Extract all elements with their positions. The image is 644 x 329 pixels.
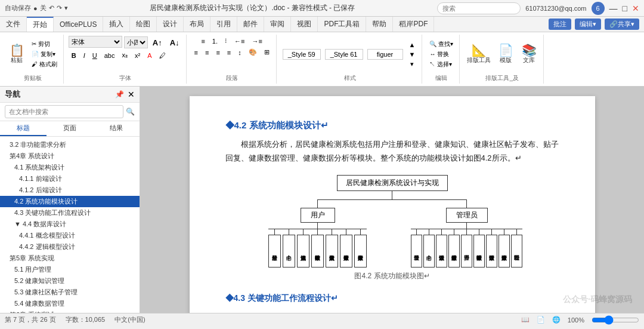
nav-item-0[interactable]: 3.2 非功能需求分析 [0,139,140,150]
nav-tab-headings[interactable]: 标题 [0,121,47,136]
nav-tab-pages[interactable]: 页面 [47,121,93,136]
cut-button[interactable]: ✂ 剪切 [29,39,60,49]
tab-references[interactable]: 引用 [210,17,237,32]
tab-draw[interactable]: 绘图 [130,17,157,32]
align-left-button[interactable]: ≡ [191,47,201,57]
align-justify-button[interactable]: ≡ [224,47,234,57]
select-button[interactable]: ↖ 选择▾ [427,60,456,69]
nav-item-3[interactable]: 4.1.1 前端设计 [0,173,140,185]
font-shrink-button[interactable]: A↓ [167,37,182,48]
edit-button[interactable]: 编辑▾ [575,19,601,30]
quick-access-dot[interactable]: ● [33,5,38,12]
clipboard-group: 📋 粘贴 ✂ 剪切 📄 复制▾ 🖌 格式刷 剪贴板 [2,35,64,84]
strikethrough-button[interactable]: abc [101,51,118,60]
nav-item-2[interactable]: 4.1 系统架构设计 [0,162,140,173]
share-button[interactable]: 🔗共享▾ [605,19,639,30]
window-maximize[interactable]: □ [623,4,627,13]
tab-pdf-tools[interactable]: PDF工具箱 [318,17,366,32]
indent-decrease-button[interactable]: ←≡ [231,36,247,46]
nav-item-7[interactable]: ▼ 4.4 数据库设计 [0,219,140,230]
user-child-3: 发布健康社区帖子 [311,235,324,267]
nav-pin-icon[interactable]: 📌 [115,90,124,99]
nav-item-5[interactable]: 4.2 系统功能模块设计 [0,196,140,207]
font-name-selector[interactable]: 宋体 [69,36,122,48]
nav-item-4[interactable]: 4.1.2 后端设计 [0,185,140,196]
borders-button[interactable]: ⊞ [261,47,273,57]
nav-tab-results[interactable]: 结果 [93,121,140,136]
font-size-selector[interactable]: 小四 [124,36,148,48]
tab-daoan-pdf[interactable]: 稻岸PDF [393,17,434,32]
numbering-button[interactable]: 1. [209,36,221,46]
nav-item-12[interactable]: 5.2 健康知识管理 [0,275,140,287]
view-mode-print[interactable]: 📄 [537,316,545,324]
global-search-input[interactable] [437,2,521,14]
quick-access-redo[interactable]: ↷ [57,4,62,12]
comment-button[interactable]: 批注 [549,19,571,30]
replace-button[interactable]: ↔ 替换 [427,50,456,59]
underline-button[interactable]: U [89,51,100,60]
font-grow-button[interactable]: A↑ [150,37,165,48]
tab-insert[interactable]: 插入 [103,17,130,32]
tab-home[interactable]: 开始 [27,17,54,32]
nav-item-13[interactable]: 5.3 健康社区帖子管理 [0,287,140,298]
line-spacing-button[interactable]: ↕ [235,47,244,57]
view-mode-read[interactable]: 📖 [521,316,530,324]
tab-layout[interactable]: 布局 [184,17,210,32]
highlight-button[interactable]: 🖊 [156,51,169,60]
nav-item-15[interactable]: 第6章 系统测试 [0,309,140,313]
font-color-button[interactable]: A [144,51,154,60]
nav-search-input[interactable] [5,105,123,118]
tab-mail[interactable]: 邮件 [237,17,264,32]
template-button[interactable]: 📄 模版 [495,43,516,66]
view-mode-web[interactable]: 🌐 [552,316,561,324]
window-close[interactable]: ✕ [632,4,639,13]
quick-access-more[interactable]: ▾ [64,4,68,12]
nav-item-8[interactable]: 4.4.1 概念模型设计 [0,230,140,241]
style-61[interactable]: _Style 61 [325,49,363,60]
indent-increase-button[interactable]: →≡ [249,36,265,46]
multilevel-button[interactable]: ⁝ [222,36,230,46]
style-figuer[interactable]: figuer [367,49,403,60]
paste-button[interactable]: 📋 粘贴 [6,43,27,66]
document-area[interactable]: ◆4.2 系统功能模块设计↵ 根据系统分析，居民健康检测系统包括用户注册和登录、… [140,87,644,313]
style-59[interactable]: _Style 59 [283,49,321,60]
copy-button[interactable]: 📄 复制▾ [29,50,60,59]
layout-tool-button[interactable]: 📐 排版工具 [465,43,493,66]
align-right-button[interactable]: ≡ [213,47,222,57]
shading-button[interactable]: 🎨 [246,47,260,57]
tab-view[interactable]: 视图 [291,17,318,32]
zoom-slider[interactable] [592,315,639,325]
tab-officeplus[interactable]: OfficePLUS [54,17,103,32]
styles-scroll-down[interactable]: ▼ [406,50,419,59]
styles-more[interactable]: ▾ [406,59,419,69]
tab-review[interactable]: 审阅 [264,17,291,32]
nav-item-10[interactable]: 第5章 系统实现 [0,253,140,264]
tab-file[interactable]: 文件 [0,17,27,32]
tab-design[interactable]: 设计 [157,17,184,32]
styles-scroll-up[interactable]: ▲ [406,40,419,50]
admin-child-8: 管理功能图 [511,235,522,267]
window-minimize[interactable]: — [609,4,618,13]
nav-item-6[interactable]: 4.3 关键功能工作流程设计 [0,207,140,219]
quick-access-save[interactable]: 自动保存 [5,4,31,13]
nav-item-9[interactable]: 4.4.2 逻辑模型设计 [0,241,140,253]
nav-search-icon[interactable]: 🔍 [126,107,135,116]
nav-item-11[interactable]: 5.1 用户管理 [0,264,140,275]
nav-item-1[interactable]: 第4章 系统设计 [0,150,140,162]
avatar[interactable]: 6 [592,2,605,15]
quick-access-close[interactable]: 关 [40,4,47,13]
format-painter-button[interactable]: 🖌 格式刷 [29,60,60,69]
nav-item-14[interactable]: 5.4 健康数据管理 [0,298,140,309]
subscript-button[interactable]: x₂ [119,50,131,60]
quick-access-undo[interactable]: ↶ [49,4,54,12]
user-email: 610731230@qq.com [525,5,586,12]
bold-button[interactable]: B [69,51,79,60]
library-button[interactable]: 📚 文库 [518,43,540,66]
bullets-button[interactable]: ≡ [198,36,208,46]
superscript-button[interactable]: x² [132,51,143,60]
italic-button[interactable]: I [80,51,88,60]
tab-help[interactable]: 帮助 [366,17,393,32]
find-button[interactable]: 🔍 查找▾ [427,39,456,49]
nav-close-icon[interactable]: ✕ [128,90,135,99]
align-center-button[interactable]: ≡ [202,47,212,57]
